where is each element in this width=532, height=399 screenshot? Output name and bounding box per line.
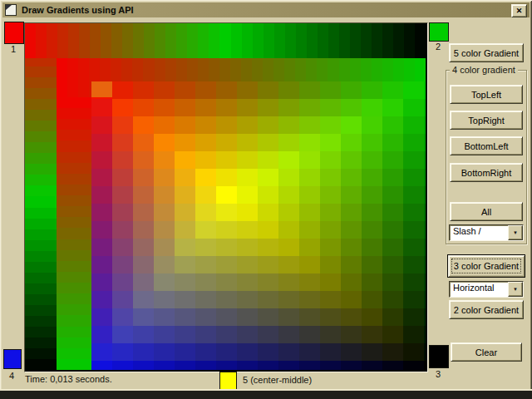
swatch-4-label: 4 xyxy=(3,371,20,381)
slash-direction-combobox[interactable]: Slash / ▼ xyxy=(449,224,524,241)
app-icon xyxy=(5,4,17,16)
topright-button[interactable]: TopRight xyxy=(450,111,523,130)
dropdown-arrow-icon: ▼ xyxy=(513,287,518,292)
swatch-2-label: 2 xyxy=(429,42,447,52)
direction-combobox[interactable]: Horizontal ▼ xyxy=(449,281,524,298)
time-label: Time: 0,013 seconds. xyxy=(25,374,112,384)
top-horizontal-3color-strip xyxy=(25,23,426,58)
bottomleft-button[interactable]: BottomLeft xyxy=(450,136,523,155)
direction-combobox-value: Horizontal xyxy=(450,282,508,297)
left-vertical-2color-strip xyxy=(57,97,91,370)
gradient-canvas xyxy=(25,23,426,370)
swatch-2 xyxy=(429,22,449,42)
direction-dropdown-button[interactable]: ▼ xyxy=(508,282,523,297)
window-titlebar: Draw Gradients using API ✕ xyxy=(2,2,530,17)
slash-direction-combobox-value: Slash / xyxy=(450,225,508,240)
swatch-3-label: 3 xyxy=(429,369,447,379)
center-swatch-label: 5 (center-middle) xyxy=(243,375,312,385)
swatch-3 xyxy=(429,345,449,368)
app-window: Draw Gradients using API ✕ 1 2 3 4 5 col… xyxy=(0,0,532,399)
four-color-gradient-frame-label: 4 color gradient xyxy=(450,65,518,75)
window-title: Draw Gradients using API xyxy=(22,5,134,15)
clear-button[interactable]: Clear xyxy=(451,342,522,362)
swatch-1 xyxy=(4,22,24,44)
topleft-button[interactable]: TopLeft xyxy=(450,85,523,104)
left-vertical-3color-strip xyxy=(25,23,57,370)
bottomright-button[interactable]: BottomRight xyxy=(450,163,523,182)
gradient-canvas-frame xyxy=(24,22,428,372)
five-color-gradient-button[interactable]: 5 color Gradient xyxy=(449,43,524,62)
dropdown-arrow-icon: ▼ xyxy=(513,230,518,235)
five-color-gradient xyxy=(91,81,426,370)
swatch-1-label: 1 xyxy=(4,44,22,54)
close-icon: ✕ xyxy=(516,7,523,15)
all-button[interactable]: All xyxy=(450,202,523,221)
window-bottom-edge xyxy=(0,391,532,399)
slash-direction-dropdown-button[interactable]: ▼ xyxy=(508,225,523,240)
two-color-gradient-button[interactable]: 2 color Gradient xyxy=(449,300,524,319)
center-swatch xyxy=(219,372,237,390)
three-color-gradient-button[interactable]: 3 color Gradient xyxy=(447,254,525,278)
swatch-4 xyxy=(3,349,22,369)
close-button[interactable]: ✕ xyxy=(511,4,527,17)
topleft-corner-block xyxy=(91,81,112,97)
